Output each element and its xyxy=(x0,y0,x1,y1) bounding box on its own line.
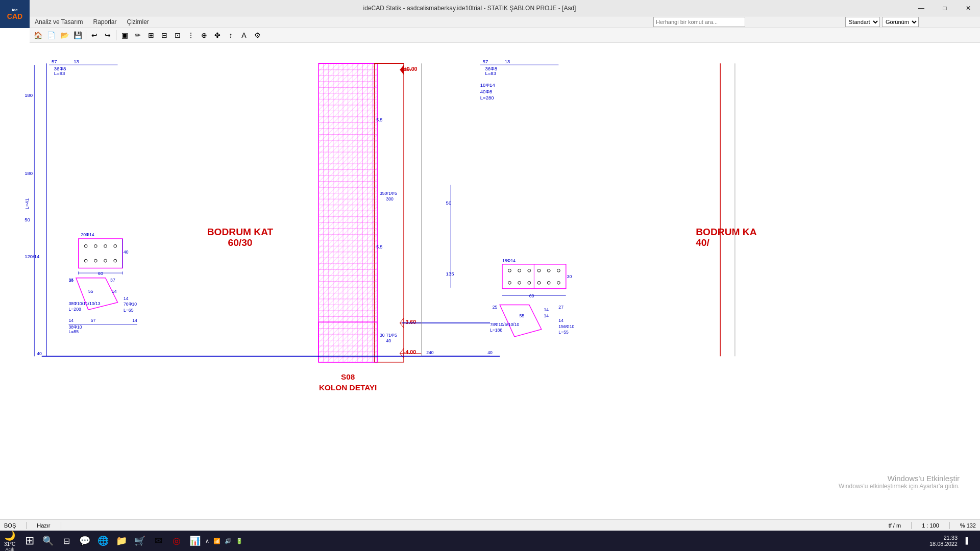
status-sep-1 xyxy=(26,522,27,529)
command-search-input[interactable] xyxy=(653,17,745,27)
toolbar-sep-2 xyxy=(116,30,116,40)
svg-text:50: 50 xyxy=(446,200,452,206)
svg-text:71Φ5: 71Φ5 xyxy=(386,333,397,338)
search-button[interactable]: 🔍 xyxy=(40,533,56,549)
svg-text:30: 30 xyxy=(567,274,572,279)
svg-text:5.5: 5.5 xyxy=(376,244,382,249)
view-dropdown-2[interactable]: Görünüm xyxy=(882,17,919,27)
toolbar-save[interactable]: 💾 xyxy=(71,29,84,41)
status-field1: BOŞ xyxy=(4,522,16,529)
svg-text:5.5: 5.5 xyxy=(376,117,382,122)
toolbar-tool2[interactable]: ⊞ xyxy=(145,29,157,41)
minimize-button[interactable]: — xyxy=(910,0,933,16)
svg-text:±0.00: ±0.00 xyxy=(404,66,417,72)
toolbar-redo[interactable]: ↪ xyxy=(102,29,114,41)
svg-text:50: 50 xyxy=(24,217,30,222)
titlebar: ide CAD ideCAD Statik - asdcalismaberkay… xyxy=(0,0,980,16)
menu-analiz[interactable]: Analiz ve Tasarım xyxy=(30,17,88,27)
svg-text:-3.60: -3.60 xyxy=(404,319,416,325)
toolbar-undo[interactable]: ↩ xyxy=(88,29,101,41)
svg-text:18Φ14: 18Φ14 xyxy=(502,258,516,263)
svg-text:156Φ10: 156Φ10 xyxy=(558,324,574,329)
toolbar-open[interactable]: 📂 xyxy=(58,29,70,41)
toolbar-tool7[interactable]: ✤ xyxy=(211,29,224,41)
svg-text:40: 40 xyxy=(386,338,391,343)
svg-text:25: 25 xyxy=(493,305,498,310)
svg-text:L=280: L=280 xyxy=(480,95,494,101)
app-logo: ide CAD xyxy=(0,0,30,28)
maximize-button[interactable]: □ xyxy=(933,0,957,16)
svg-text:40/: 40/ xyxy=(696,237,709,248)
taskview-button[interactable]: ⊟ xyxy=(58,533,75,549)
svg-text:14: 14 xyxy=(69,318,74,323)
toolbar-tool4[interactable]: ⊡ xyxy=(172,29,184,41)
edge-icon[interactable]: 🌐 xyxy=(95,533,111,549)
start-button[interactable]: ⊞ xyxy=(21,533,38,549)
toolbar-tool8[interactable]: ↕ xyxy=(225,29,237,41)
top-searchbar xyxy=(653,16,745,28)
toolbar-tool10[interactable]: ⚙ xyxy=(251,29,263,41)
stats-icon[interactable]: 📊 xyxy=(187,533,203,549)
status-field2: Hazır xyxy=(37,522,50,529)
svg-text:38Φ10: 38Φ10 xyxy=(69,324,82,330)
status-unit: tf / m xyxy=(889,522,901,529)
svg-text:20Φ14: 20Φ14 xyxy=(81,232,94,237)
taskbar-clock[interactable]: 21:33 18.08.2022 xyxy=(929,535,958,547)
svg-text:40: 40 xyxy=(487,350,493,355)
mail-icon[interactable]: ✉ xyxy=(150,533,166,549)
svg-text:L=85: L=85 xyxy=(69,329,79,334)
toolbar: 🏠 📄 📂 💾 ↩ ↪ ▣ ✏ ⊞ ⊟ ⊡ ⋮ ⊕ ✤ ↕ A ⚙ xyxy=(30,28,980,43)
svg-text:S08: S08 xyxy=(341,372,355,381)
svg-text:240: 240 xyxy=(426,350,434,355)
status-zoom: % 132 xyxy=(960,522,976,529)
svg-text:L=188: L=188 xyxy=(490,328,502,333)
svg-text:76Φ10: 76Φ10 xyxy=(124,302,137,307)
toolbar-home[interactable]: 🏠 xyxy=(32,29,44,41)
close-button[interactable]: ✕ xyxy=(957,0,980,16)
svg-text:14: 14 xyxy=(544,307,549,312)
svg-text:37: 37 xyxy=(110,278,115,283)
view-dropdown-1[interactable]: Standart xyxy=(845,17,880,27)
svg-text:300: 300 xyxy=(386,196,394,202)
toolbar-tool9[interactable]: A xyxy=(238,29,250,41)
toolbar-select[interactable]: ▣ xyxy=(118,29,131,41)
systray-chevron[interactable]: ∧ xyxy=(205,538,209,544)
svg-text:14: 14 xyxy=(124,296,129,301)
svg-text:L=83: L=83 xyxy=(485,70,496,76)
files-icon[interactable]: 📁 xyxy=(113,533,130,549)
toolbar-tool1[interactable]: ✏ xyxy=(132,29,144,41)
window-title: ideCAD Statik - asdcalismaberkay.ide10tr… xyxy=(30,5,910,12)
toolbar-tool6[interactable]: ⊕ xyxy=(198,29,210,41)
teams-icon[interactable]: 💬 xyxy=(77,533,93,549)
svg-text:40: 40 xyxy=(124,249,129,255)
toolbar-tool5[interactable]: ⋮ xyxy=(185,29,197,41)
svg-text:L=55: L=55 xyxy=(558,330,569,335)
office-icon[interactable]: ◎ xyxy=(168,533,185,549)
status-scale: 1 : 100 xyxy=(922,522,939,529)
svg-text:38Φ10/11/10/13: 38Φ10/11/10/13 xyxy=(69,301,101,306)
menu-raporlar[interactable]: Raporlar xyxy=(88,17,121,27)
toolbar-tool3[interactable]: ⊟ xyxy=(158,29,170,41)
store-icon[interactable]: 🛒 xyxy=(132,533,148,549)
svg-text:120/14: 120/14 xyxy=(24,254,40,259)
svg-text:30: 30 xyxy=(380,333,385,338)
svg-text:78Φ10/5/10/10: 78Φ10/5/10/10 xyxy=(490,322,519,327)
systray-battery[interactable]: 🔋 xyxy=(236,538,243,544)
svg-text:40Φ8: 40Φ8 xyxy=(480,89,493,94)
svg-text:60: 60 xyxy=(529,293,534,298)
svg-rect-0 xyxy=(20,43,961,531)
show-desktop[interactable]: ▌ xyxy=(960,533,976,549)
svg-text:55: 55 xyxy=(520,313,525,318)
canvas-area[interactable]: L=41 180 180 50 120/14 57 13 36Φ8 L=83 5… xyxy=(0,43,980,531)
svg-text:KOLON DETAYI: KOLON DETAYI xyxy=(319,383,377,392)
svg-text:-4.00: -4.00 xyxy=(404,349,416,355)
toolbar-new[interactable]: 📄 xyxy=(45,29,57,41)
svg-text:13: 13 xyxy=(74,59,79,64)
svg-text:57: 57 xyxy=(483,59,488,64)
logo-sub-text: ide xyxy=(12,8,18,12)
svg-text:135: 135 xyxy=(446,271,454,277)
menu-cizimler[interactable]: Çizimler xyxy=(122,17,154,27)
systray-sound[interactable]: 🔊 xyxy=(225,538,232,544)
svg-text:L=83: L=83 xyxy=(54,70,65,76)
systray-network[interactable]: 📶 xyxy=(213,538,220,544)
